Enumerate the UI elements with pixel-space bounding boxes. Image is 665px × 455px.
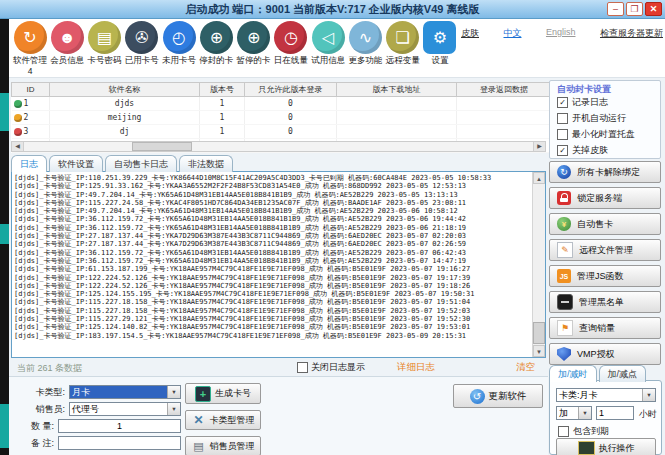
scroll-right-icon[interactable]: ▶	[533, 142, 545, 151]
toolbar-button-trial-info[interactable]: ◁ 试用信息	[310, 21, 346, 75]
toolbar-label: 会员信息	[50, 55, 84, 67]
checkbox-record-log[interactable]: ✓ 记录日志	[557, 96, 608, 109]
card-type-label: 卡类型:	[21, 386, 65, 399]
toolbar-button-settings[interactable]: ⚙ 设置	[422, 21, 458, 75]
close-log-checkbox[interactable]: 关闭日志显示	[297, 361, 365, 374]
table-row[interactable]: 2 meijing 1 0	[12, 111, 552, 125]
col-download[interactable]: 版本下载地址	[337, 83, 457, 97]
close-button[interactable]: ✕	[645, 2, 662, 16]
toolbar-label: 停封的卡	[199, 55, 233, 67]
toolbar-button-paused-cards[interactable]: ⊕ 暂停的卡	[236, 21, 272, 75]
card-type-manage-button[interactable]: ✕ 卡类型管理	[185, 410, 261, 430]
auto-ban-settings-group: 自动封卡设置 ✓ 记录日志 开机自动运行 最小化时置托盘 ✓ 关掉皮肤	[549, 80, 661, 159]
toolbar-button-used-cards[interactable]: ✇ 已用卡号	[124, 21, 160, 75]
col-version[interactable]: 版本号	[200, 83, 245, 97]
checkbox-icon[interactable]	[297, 362, 308, 373]
table-row[interactable]: 1 djds 1 0	[12, 97, 552, 111]
execute-operation-button[interactable]: 执行操作	[556, 438, 656, 455]
scrollbar-thumb[interactable]	[132, 142, 192, 151]
button-label: 管理黑名单	[579, 296, 624, 309]
card-type-row: 卡类型: 月卡 ▼	[21, 385, 181, 399]
unbind-all-cards-button[interactable]: ↻ 所有卡解除绑定	[549, 161, 661, 183]
toolbar-button-banned-cards[interactable]: ⊕ 停封的卡	[198, 21, 234, 75]
log-panel[interactable]: [djds]_卡号验证_IP:110.251.39.229_卡号:YK86644…	[11, 171, 546, 358]
checkbox-autorun[interactable]: 开机自动运行	[557, 112, 626, 125]
titlebar: 启动成功 端口：9001 当前版本V:717 企业版内核V49 离线版 – ❐ …	[0, 0, 665, 19]
toolbar-button-software-manage[interactable]: ↻ 软件管理 4	[12, 21, 48, 75]
toolbar-button-daily-online[interactable]: ◷ 日在线量	[273, 21, 309, 75]
chevron-down-icon[interactable]: ▼	[578, 407, 591, 419]
checkbox-icon[interactable]	[558, 426, 569, 437]
scroll-up-icon[interactable]: ▲	[533, 172, 545, 184]
sync-icon: ↻	[14, 21, 47, 54]
manage-blacklist-button[interactable]: 管理黑名单	[549, 291, 661, 313]
close-log-label: 关闭日志显示	[311, 361, 365, 374]
toolbar-button-member-info[interactable]: ☻ 会员信息	[49, 21, 85, 75]
col-only-version[interactable]: 只允许此版本登录	[245, 83, 337, 97]
tab-software-settings[interactable]: 软件设置	[49, 155, 103, 172]
quantity-input[interactable]	[58, 419, 181, 433]
manage-js-functions-button[interactable]: JS 管理JS函数	[549, 265, 661, 287]
toolbar-label: 试用信息	[311, 55, 345, 67]
toolbar-button-unused-cards[interactable]: ◴ 未用卡号	[161, 21, 197, 75]
adjust-operation-select[interactable]: 加 ▼	[556, 406, 592, 420]
checkbox-icon[interactable]: ✓	[557, 145, 568, 156]
col-login-return[interactable]: 登录返回数据	[457, 83, 552, 97]
detail-log-link[interactable]: 详细日志	[397, 361, 435, 374]
shield-icon	[557, 347, 571, 361]
toolbar-button-remote-variables[interactable]: ❏ 远程变量	[385, 21, 421, 75]
clear-log-link[interactable]: 清空	[516, 361, 535, 374]
update-software-button[interactable]: ↺ 更新软件	[453, 384, 543, 408]
toolbar-button-more-features[interactable]: ∿ 更多功能	[347, 21, 383, 75]
generate-card-button[interactable]: + 生成卡号	[185, 383, 261, 404]
maximize-button[interactable]: ❐	[626, 2, 643, 16]
table-horizontal-scrollbar[interactable]: ◀ ▶	[11, 141, 546, 152]
salesman-select[interactable]: 代理号 ▼	[69, 402, 181, 416]
scrollbar-thumb[interactable]	[533, 322, 545, 344]
minimize-button[interactable]: –	[607, 2, 624, 16]
globe-icon: ⊕	[237, 21, 270, 54]
tab-add-subtract-points[interactable]: 加/减点	[599, 365, 647, 382]
toolbar: ↻ 软件管理 4 ☻ 会员信息 ▤ 卡号密码 ✇ 已用卡号 ◴	[9, 19, 665, 78]
chevron-down-icon[interactable]: ▼	[167, 386, 180, 398]
col-id[interactable]: ID	[12, 83, 50, 97]
update-icon: ↺	[470, 389, 485, 404]
remark-input[interactable]	[58, 436, 181, 450]
include-expired-checkbox[interactable]: 包含到期	[558, 425, 609, 438]
lock-server-button[interactable]: 锁定服务端	[549, 187, 661, 209]
query-sales-button[interactable]: ⚑ 查询销量	[549, 317, 661, 339]
vmp-authorize-button[interactable]: VMP授权	[549, 343, 661, 365]
checkbox-icon[interactable]	[557, 113, 568, 124]
remote-file-manage-button[interactable]: ✎ 远程文件管理	[549, 239, 661, 261]
log-line: [djds]_卡号验证_IP:125.124.140.82_卡号:YK18AAE…	[14, 323, 530, 331]
card-type-select[interactable]: 月卡 ▼	[69, 385, 181, 399]
check-update-link[interactable]: 检查服务器更新	[600, 27, 663, 40]
log-lines: [djds]_卡号验证_IP:110.251.39.229_卡号:YK86644…	[14, 174, 530, 355]
skin-link[interactable]: 皮肤	[461, 27, 479, 40]
log-line: [djds]_卡号验证_IP:122.224.52.126_卡号:YK18AAE…	[14, 282, 530, 290]
checkbox-icon[interactable]	[557, 129, 568, 140]
chevron-down-icon[interactable]: ▼	[642, 389, 655, 401]
tab-add-subtract-time[interactable]: 加/减时	[549, 365, 597, 382]
sales-chart-icon: ⚑	[557, 320, 573, 336]
auto-sell-card-button[interactable]: ¥ 自动售卡	[549, 213, 661, 235]
table-row[interactable]: 3 dj 1 0	[12, 125, 552, 139]
chevron-down-icon[interactable]: ▼	[167, 403, 180, 415]
tab-log[interactable]: 日志	[11, 155, 47, 172]
scroll-left-icon[interactable]: ◀	[12, 142, 24, 151]
log-vertical-scrollbar[interactable]: ▲ ▼	[532, 172, 545, 357]
checkbox-disable-skin[interactable]: ✓ 关掉皮肤	[557, 144, 608, 157]
tab-illegal-data[interactable]: 非法数据	[179, 155, 233, 172]
adjust-card-type-select[interactable]: 卡类:月卡 ▼	[556, 388, 656, 402]
checkbox-minimize-tray[interactable]: 最小化时置托盘	[557, 128, 635, 141]
adjust-amount-input[interactable]	[596, 406, 634, 420]
col-name[interactable]: 软件名称	[50, 83, 200, 97]
checkbox-icon[interactable]: ✓	[557, 97, 568, 108]
english-link[interactable]: English	[546, 27, 576, 40]
scroll-down-icon[interactable]: ▼	[533, 345, 545, 357]
tab-auto-sell-log[interactable]: 自动售卡日志	[105, 155, 177, 172]
log-line: [djds]_卡号验证_IP:115.227.24.58_卡号:YKAC4F80…	[14, 199, 530, 207]
toolbar-button-card-password[interactable]: ▤ 卡号密码	[87, 21, 123, 75]
chinese-link[interactable]: 中文	[503, 27, 521, 40]
salesman-manage-button[interactable]: ▤ 销售员管理	[185, 436, 261, 455]
